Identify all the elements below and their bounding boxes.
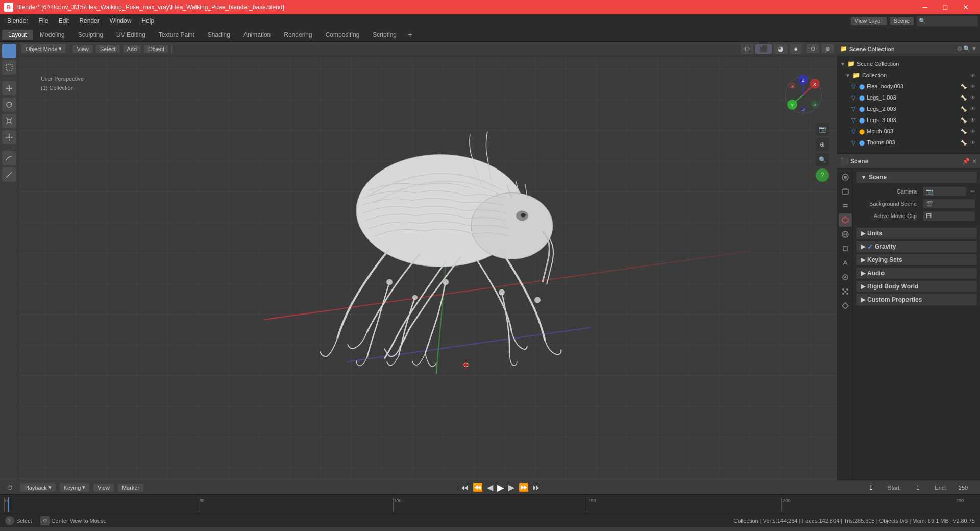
frame-start-input[interactable] — [905, 482, 930, 493]
props-pin-icon[interactable]: 📌 — [962, 158, 970, 165]
jump-start-button[interactable]: ⏮ — [459, 483, 470, 492]
eye-icon-6[interactable]: 👁 — [969, 138, 977, 147]
timeline-body[interactable]: 0 50 100 150 200 250 — [0, 495, 980, 514]
rigid-body-section-header[interactable]: ▶ Rigid Body World — [856, 281, 977, 292]
timeline-playback-menu[interactable]: Playback ▾ — [20, 483, 56, 492]
restrict-icon-5[interactable]: 🦴 — [960, 127, 968, 135]
menu-render[interactable]: Render — [74, 16, 104, 26]
menu-blender[interactable]: Blender — [2, 16, 33, 26]
constraint-props-icon[interactable] — [839, 271, 852, 284]
background-scene-value[interactable]: 🎬 — [923, 199, 975, 208]
minimize-button[interactable]: ─ — [915, 0, 935, 14]
outliner-item-legs-3[interactable]: ▽ ⬤ Legs_3.003 🦴 👁 — [837, 114, 980, 126]
tab-scripting[interactable]: Scripting — [366, 30, 403, 40]
search-bar[interactable]: 🔍 — [917, 16, 978, 26]
maximize-button[interactable]: □ — [935, 0, 955, 14]
restrict-icon-2[interactable]: 🦴 — [960, 93, 968, 102]
outliner-search-icon[interactable]: 🔍 — [963, 45, 970, 52]
eye-icon-1[interactable]: 👁 — [969, 82, 977, 90]
custom-props-section-header[interactable]: ▶ Custom Properties — [856, 294, 977, 305]
tab-uv-editing[interactable]: UV Editing — [110, 30, 152, 40]
prev-keyframe-button[interactable]: ⏪ — [472, 482, 484, 492]
object-menu-button[interactable]: Object — [144, 45, 168, 53]
object-props-icon[interactable] — [839, 242, 852, 255]
restrict-icon-1[interactable]: 🦴 — [960, 82, 968, 90]
timeline-playback-icon[interactable]: ⏱ — [4, 484, 16, 491]
camera-value[interactable]: 📷 — [923, 187, 966, 196]
next-frame-button[interactable]: ▶ — [507, 482, 516, 492]
camera-edit-icon[interactable]: ✏ — [970, 188, 975, 195]
restrict-icon-4[interactable]: 🦴 — [960, 116, 968, 124]
tab-rendering[interactable]: Rendering — [278, 30, 318, 40]
zoom-scene-button[interactable]: ⊕ — [816, 138, 829, 151]
units-section-header[interactable]: ▶ Units — [856, 228, 977, 239]
restrict-icon-6[interactable]: 🦴 — [960, 138, 968, 147]
viewport-shading-wire[interactable]: □ — [741, 44, 753, 54]
scene-props-icon[interactable] — [839, 213, 852, 227]
gravity-section-header[interactable]: ▶ ✓ Gravity — [856, 241, 977, 252]
tool-select-box[interactable] — [2, 60, 16, 75]
tab-modeling[interactable]: Modeling — [34, 30, 71, 40]
zoom-select-button[interactable]: 🔍 — [816, 153, 829, 166]
viewport-gizmos[interactable]: ⊛ — [821, 44, 834, 53]
tool-transform[interactable] — [2, 130, 16, 144]
next-keyframe-button[interactable]: ⏩ — [518, 482, 530, 492]
keying-sets-section-header[interactable]: ▶ Keying Sets — [856, 254, 977, 266]
timeline-view-menu[interactable]: View — [93, 484, 114, 492]
viewport-shading-material[interactable]: ◕ — [774, 44, 788, 54]
timeline-marker-menu[interactable]: Marker — [118, 484, 143, 492]
close-button[interactable]: ✕ — [955, 0, 976, 14]
tool-scale[interactable] — [2, 114, 16, 128]
output-props-icon[interactable] — [839, 185, 852, 198]
menu-help[interactable]: Help — [136, 16, 159, 26]
world-props-icon[interactable] — [839, 228, 852, 241]
view-layer-label[interactable]: View Layer — [851, 17, 887, 25]
frame-end-input[interactable] — [950, 482, 976, 493]
outliner-filter-icon[interactable]: ⚙ — [957, 45, 962, 52]
prev-frame-button[interactable]: ◀ — [486, 482, 494, 492]
object-mode-selector[interactable]: Object Mode ▾ — [21, 44, 66, 53]
active-movie-clip-value[interactable]: 🎞 — [923, 211, 975, 221]
props-section-scene-header[interactable]: ▼ Scene — [856, 172, 977, 183]
tool-rotate[interactable] — [2, 98, 16, 112]
navigation-widget[interactable]: X Y Z -X -Y -Z — [783, 75, 829, 120]
viewport-canvas[interactable]: User Perspective (1) Collection — [18, 56, 837, 480]
add-menu-button[interactable]: Add — [123, 45, 141, 53]
viewport-overlays[interactable]: ⊕ — [806, 44, 819, 53]
outliner-item-scene-collection[interactable]: ▼ 📁 Scene Collection — [837, 58, 980, 69]
tab-animation[interactable]: Animation — [237, 30, 277, 40]
render-props-icon[interactable] — [839, 171, 852, 184]
tool-measure[interactable] — [2, 167, 16, 182]
outliner-item-mouth[interactable]: ▽ ⬤ Mouth.003 🦴 👁 — [837, 126, 980, 137]
physics-props-icon[interactable] — [839, 299, 852, 312]
tab-compositing[interactable]: Compositing — [320, 30, 366, 40]
add-workspace-button[interactable]: + — [404, 29, 416, 41]
outliner-item-legs-1[interactable]: ▽ ⬤ Legs_1.003 🦴 👁 — [837, 92, 980, 103]
restrict-icon-3[interactable]: 🦴 — [960, 105, 968, 113]
gravity-checkbox[interactable]: ✓ — [867, 243, 873, 251]
outliner-funnel-icon[interactable]: ▼ — [971, 45, 977, 52]
outliner-item-thorns[interactable]: ▽ ⬤ Thorns.003 🦴 👁 — [837, 137, 980, 148]
props-close-icon[interactable]: ✕ — [972, 158, 977, 165]
outliner-item-legs-2[interactable]: ▽ ⬤ Legs_2.003 🦴 👁 — [837, 103, 980, 114]
view-layer-icon[interactable] — [839, 199, 852, 212]
eye-icon-5[interactable]: 👁 — [969, 127, 977, 135]
eye-icon-3[interactable]: 👁 — [969, 105, 977, 113]
timeline-track[interactable]: 0 50 100 150 200 250 — [4, 497, 976, 512]
viewport-shading-rendered[interactable]: ● — [790, 44, 802, 54]
eye-icon-collection[interactable]: 👁 — [969, 71, 977, 79]
eye-icon-2[interactable]: 👁 — [969, 93, 977, 102]
outliner-item-flea-body[interactable]: ▽ ⬤ Flea_body.003 🦴 👁 — [837, 81, 980, 92]
viewport-shading-solid[interactable]: ⬛ — [755, 44, 772, 54]
menu-file[interactable]: File — [33, 16, 53, 26]
timeline-keying-menu[interactable]: Keying ▾ — [60, 483, 90, 492]
tool-move[interactable] — [2, 81, 16, 95]
menu-edit[interactable]: Edit — [54, 16, 75, 26]
scene-selector[interactable]: Scene — [890, 17, 914, 25]
tab-layout[interactable]: Layout — [2, 30, 33, 40]
play-button[interactable]: ▶ — [496, 482, 505, 493]
tab-shading[interactable]: Shading — [202, 30, 236, 40]
zoom-camera-button[interactable]: 📷 — [816, 123, 829, 136]
tool-cursor[interactable] — [2, 44, 16, 58]
select-menu-button[interactable]: Select — [96, 45, 120, 53]
